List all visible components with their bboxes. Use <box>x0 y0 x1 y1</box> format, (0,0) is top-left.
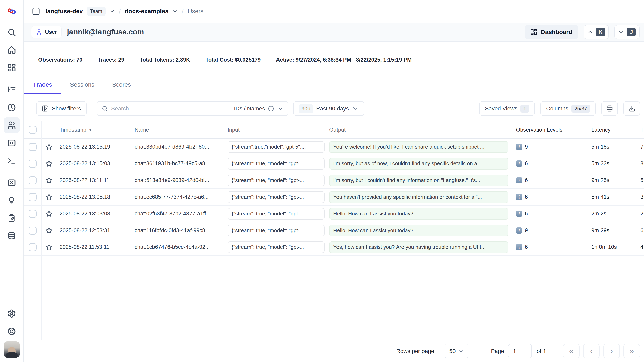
home-icon[interactable] <box>4 42 20 58</box>
saved-views-button[interactable]: Saved Views 1 <box>479 101 535 116</box>
tracing-icon[interactable] <box>4 82 20 98</box>
date-range-picker[interactable]: 90d Past 90 days <box>293 101 364 116</box>
bookmark-star-icon[interactable] <box>46 160 52 167</box>
trace-name-cell[interactable]: chat:3611931b-bc77-49c5-a8... <box>131 160 224 167</box>
column-header-clipped[interactable]: T <box>636 127 644 133</box>
tab-traces[interactable]: Traces <box>24 81 61 94</box>
users-icon[interactable] <box>4 117 20 133</box>
next-page-button[interactable]: › <box>603 344 620 358</box>
next-item-button[interactable]: J <box>614 25 640 39</box>
breadcrumb: langfuse-dev Team / docs-examples / User… <box>46 7 204 16</box>
table-row[interactable]: 2025-08-22 13:03:08 chat:02f63f47-87b2-4… <box>24 206 644 222</box>
first-page-button[interactable]: « <box>563 344 580 358</box>
column-header-latency[interactable]: Latency <box>588 127 636 133</box>
prev-item-button[interactable]: K <box>584 25 609 39</box>
tab-sessions[interactable]: Sessions <box>61 81 103 94</box>
column-header-name[interactable]: Name <box>131 127 224 133</box>
export-download-button[interactable] <box>624 101 640 116</box>
bookmark-star-icon[interactable] <box>46 194 52 200</box>
org-name[interactable]: langfuse-dev <box>46 8 83 15</box>
datasets-database-icon[interactable] <box>4 228 20 244</box>
experiments-clipboard-icon[interactable] <box>4 210 20 226</box>
column-header-output[interactable]: Output <box>327 127 512 133</box>
table-row[interactable]: 2025-08-22 13:05:18 chat:ec685f77-7374-4… <box>24 189 644 206</box>
table-row[interactable]: 2025-08-22 13:15:19 chat:330bd4e7-d869-4… <box>24 139 644 156</box>
row-height-button[interactable] <box>601 101 618 116</box>
prompts-icon[interactable] <box>4 135 20 151</box>
trace-name-cell[interactable]: chat:02f63f47-87b2-4377-a1ff... <box>131 210 224 217</box>
settings-gear-icon[interactable] <box>4 306 20 322</box>
input-chip[interactable]: {"stream": true, "model": "gpt-... <box>228 242 324 253</box>
last-page-button[interactable]: » <box>624 344 640 358</box>
previous-page-button[interactable]: ‹ <box>583 344 600 358</box>
input-chip[interactable]: {"stream": true, "model": "gpt-... <box>228 191 324 203</box>
info-level-icon: i <box>516 210 522 217</box>
project-name[interactable]: docs-examples <box>125 8 168 15</box>
output-chip[interactable]: You’re welcome! If you’d like, I can sha… <box>329 141 508 153</box>
bookmark-star-icon[interactable] <box>46 177 52 184</box>
download-icon <box>628 105 635 112</box>
page-number-input[interactable] <box>508 344 532 358</box>
input-chip[interactable]: {"stream": true, "model": "gpt-... <box>228 225 324 236</box>
table-row[interactable]: 2025-08-22 12:53:31 chat:116fbfdc-0fd3-4… <box>24 222 644 239</box>
select-all-checkbox[interactable] <box>28 126 37 134</box>
input-chip[interactable]: {"stream": true, "model": "gpt-... <box>228 208 324 220</box>
tab-scores[interactable]: Scores <box>103 81 140 94</box>
support-lifebuoy-icon[interactable] <box>4 323 20 340</box>
trace-name-cell[interactable]: chat:513e84e9-9039-42d0-bf... <box>131 177 224 184</box>
sidebar-toggle-icon[interactable] <box>32 7 40 16</box>
dashboard-icon[interactable] <box>4 60 20 76</box>
input-chip[interactable]: {"stream":true,"model":"gpt-5",... <box>228 141 324 153</box>
row-checkbox[interactable] <box>28 243 37 251</box>
user-avatar[interactable] <box>4 342 20 358</box>
row-checkbox[interactable] <box>28 193 37 201</box>
bookmark-star-icon[interactable] <box>46 144 52 150</box>
bookmark-star-icon[interactable] <box>46 210 52 217</box>
table-row[interactable]: 2025-08-22 11:53:11 chat:1cb67476-b5ce-4… <box>24 239 644 256</box>
columns-count-badge: 25/37 <box>571 105 590 112</box>
output-chip[interactable]: Hello! How can I assist you today? <box>329 208 508 220</box>
observation-levels-cell: i9 <box>512 144 588 150</box>
trace-name-cell[interactable]: chat:116fbfdc-0fd3-41af-99c8... <box>131 227 224 234</box>
row-checkbox[interactable] <box>28 210 37 218</box>
row-checkbox[interactable] <box>28 160 37 168</box>
trace-name-cell[interactable]: chat:330bd4e7-d869-4b2f-80... <box>131 144 224 150</box>
output-chip[interactable]: I'm sorry, but I couldn't find any infor… <box>329 174 508 186</box>
annotation-lightbulb-icon[interactable] <box>4 192 20 208</box>
trace-name-cell[interactable]: chat:ec685f77-7374-427c-a6... <box>131 194 224 200</box>
row-checkbox[interactable] <box>28 226 37 234</box>
page-title: jannik@langfuse.com <box>67 28 144 36</box>
column-header-timestamp[interactable]: Timestamp▼ <box>56 127 131 133</box>
sessions-clock-icon[interactable] <box>4 100 20 116</box>
input-chip[interactable]: {"stream": true, "model": "gpt-... <box>228 158 324 170</box>
columns-button[interactable]: Columns 25/37 <box>540 101 596 116</box>
table-row[interactable]: 2025-08-22 13:11:11 chat:513e84e9-9039-4… <box>24 172 644 189</box>
input-chip[interactable]: {"stream": true, "model": "gpt-... <box>228 174 324 186</box>
search-icon[interactable] <box>4 24 20 40</box>
table-row[interactable]: 2025-08-22 13:15:03 chat:3611931b-bc77-4… <box>24 156 644 172</box>
dashboard-button[interactable]: Dashboard <box>524 25 578 39</box>
column-header-input[interactable]: Input <box>224 127 327 133</box>
output-chip[interactable]: Yes, how can I assist you? Are you havin… <box>329 242 508 253</box>
row-checkbox[interactable] <box>28 143 37 151</box>
chevron-down-icon[interactable] <box>110 9 115 14</box>
rows-per-page-select[interactable]: 50 <box>445 344 468 358</box>
output-chip[interactable]: Hello! How can I assist you today? <box>329 225 508 236</box>
trace-name-cell[interactable]: chat:1cb67476-b5ce-4c4a-92... <box>131 244 224 250</box>
info-level-icon: i <box>516 144 522 150</box>
column-header-observation-levels[interactable]: Observation Levels <box>512 127 588 133</box>
cost-cell-clipped: 3 <box>636 194 644 200</box>
bookmark-star-icon[interactable] <box>46 227 52 234</box>
search-type-dropdown[interactable]: IDs / Names <box>234 105 284 112</box>
row-checkbox[interactable] <box>28 176 37 184</box>
output-chip[interactable]: I'm sorry, but as of now, I couldn't fin… <box>329 158 508 170</box>
evaluation-icon[interactable] <box>4 175 20 191</box>
output-chip[interactable]: You haven't provided any specific inform… <box>329 191 508 203</box>
timestamp-cell: 2025-08-22 13:03:08 <box>56 210 131 217</box>
show-filters-button[interactable]: Show filters <box>36 101 86 116</box>
bookmark-star-icon[interactable] <box>46 244 52 251</box>
pagination-bar: Rows per page 50 Page of 1 « ‹ › » <box>24 340 644 362</box>
chevron-down-icon[interactable] <box>172 9 178 14</box>
playground-terminal-icon[interactable] <box>4 152 20 169</box>
search-input[interactable] <box>111 105 231 112</box>
